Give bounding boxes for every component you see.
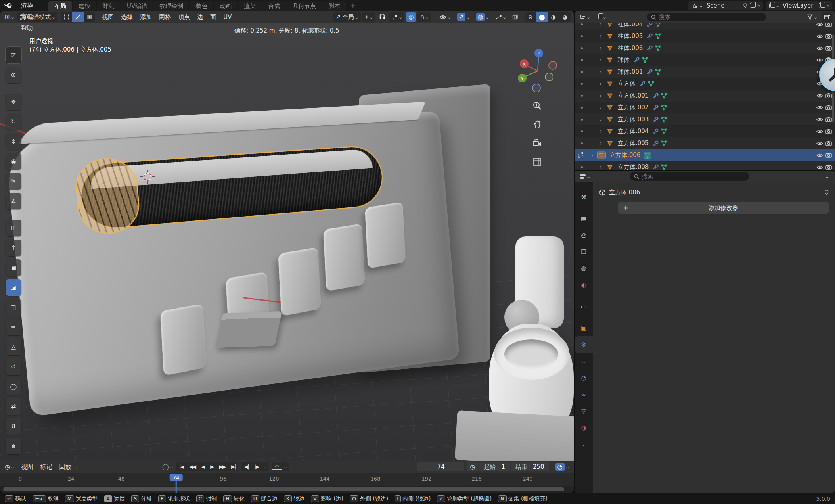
- proportional-editing-toggle[interactable]: ◎: [406, 12, 416, 22]
- tool-button-add-cube[interactable]: ⊞: [6, 220, 21, 236]
- properties-tab-scene[interactable]: ◍: [575, 260, 593, 277]
- expand-chevron-icon[interactable]: ›: [598, 128, 603, 134]
- gizmo-neg-z-axis[interactable]: [532, 84, 540, 92]
- 3d-viewport[interactable]: 偏移: 0.252 m, 分段: 8, 轮廓形状: 0.5 用户透视 (74) …: [0, 23, 574, 461]
- transport-button[interactable]: ▶|: [228, 464, 238, 470]
- workspace-tab[interactable]: 布局: [48, 1, 72, 11]
- pivot-point-dropdown[interactable]: ⌖ ⌄: [362, 12, 375, 22]
- tool-button-rip-region[interactable]: ⋔: [6, 438, 21, 454]
- properties-tab-material[interactable]: ◑: [575, 420, 593, 436]
- face-select-button[interactable]: [84, 12, 95, 22]
- disable-render-camera-icon[interactable]: [825, 45, 832, 51]
- tool-button-measure[interactable]: ∡: [6, 193, 21, 209]
- workspace-tab[interactable]: 建模: [73, 1, 96, 11]
- viewport-menu-item[interactable]: 网格: [155, 13, 174, 21]
- hide-eye-icon[interactable]: [816, 153, 823, 158]
- hide-eye-icon[interactable]: [816, 93, 823, 98]
- tool-button-extrude[interactable]: ↑: [6, 240, 21, 256]
- vertex-select-button[interactable]: [61, 12, 72, 22]
- new-collection-button[interactable]: [822, 12, 833, 22]
- camera-view-button[interactable]: [530, 136, 544, 150]
- outliner-filter-dropdown[interactable]: ⌄: [804, 12, 820, 22]
- properties-tab-collection[interactable]: ▭: [575, 298, 593, 315]
- disable-render-camera-icon[interactable]: [825, 164, 832, 170]
- topbar-menu-item[interactable]: 帮助: [16, 22, 38, 33]
- end-frame-field[interactable]: 结束 250: [511, 462, 549, 471]
- expand-chevron-icon[interactable]: ›: [590, 152, 595, 158]
- edge-select-button[interactable]: [72, 12, 84, 22]
- material-preview-button[interactable]: ◑: [548, 12, 559, 22]
- tool-button-cursor[interactable]: ⊕: [6, 67, 21, 83]
- properties-tab-particles[interactable]: ∴: [575, 353, 593, 370]
- expand-chevron-icon[interactable]: ›: [598, 45, 603, 51]
- gizmos-dropdown[interactable]: ↗ ⌄: [455, 12, 472, 22]
- timeline-scrollbar[interactable]: [0, 486, 574, 493]
- properties-editor-dropdown[interactable]: ⌄: [578, 172, 592, 181]
- hide-eye-icon[interactable]: [816, 129, 823, 134]
- add-modifier-button[interactable]: + 添加修改器: [618, 202, 829, 214]
- hide-eye-icon[interactable]: [816, 117, 823, 122]
- editor-type-dropdown[interactable]: ⊞ ⌄: [2, 12, 17, 22]
- timeline-menu-item[interactable]: 视图: [17, 463, 36, 471]
- disable-render-camera-icon[interactable]: [825, 128, 832, 134]
- auto-key-button[interactable]: ◯ ⌄: [160, 462, 176, 471]
- hide-eye-icon[interactable]: [816, 57, 823, 63]
- new-viewlayer-icon[interactable]: [819, 3, 823, 8]
- properties-tab-physics[interactable]: ◔: [575, 370, 593, 386]
- wireframe-shading-button[interactable]: ⊜: [525, 12, 536, 22]
- expand-chevron-icon[interactable]: ›: [598, 69, 603, 75]
- tab-strip-overflow-chevron[interactable]: ⌄: [581, 442, 587, 447]
- tool-button-knife[interactable]: ✂: [6, 319, 21, 335]
- properties-tab-tool[interactable]: ⚒: [575, 189, 593, 205]
- workspace-tab[interactable]: 合成: [262, 1, 286, 11]
- viewport-menu-item[interactable]: 视图: [98, 13, 117, 21]
- tool-button-move[interactable]: ✥: [6, 94, 21, 110]
- tool-button-bevel[interactable]: ◪: [6, 279, 21, 296]
- hide-eye-icon[interactable]: [816, 141, 823, 146]
- topbar-menu-item[interactable]: 窗口: [16, 11, 38, 22]
- pin-icon[interactable]: [743, 3, 748, 8]
- xray-toggle[interactable]: [510, 12, 521, 22]
- playhead-frame-label[interactable]: 74: [170, 474, 183, 481]
- gizmo-neg-y-axis[interactable]: [545, 73, 553, 81]
- tool-button-edge-slide[interactable]: ⇄: [6, 398, 21, 415]
- tool-button-smooth[interactable]: ◯: [6, 378, 21, 395]
- ortho-grid-button[interactable]: [530, 155, 544, 169]
- hide-eye-icon[interactable]: [816, 46, 823, 51]
- scene-name[interactable]: Scene: [707, 2, 741, 9]
- disable-render-camera-icon[interactable]: [825, 140, 832, 146]
- properties-tab-data[interactable]: ▽: [575, 403, 593, 420]
- hide-eye-icon[interactable]: [816, 105, 823, 110]
- workspace-tab[interactable]: 动画: [214, 1, 237, 11]
- viewport-menu-item[interactable]: 添加: [136, 13, 155, 21]
- disable-render-camera-icon[interactable]: [825, 93, 832, 98]
- topbar-menu-item[interactable]: 渲染: [16, 0, 38, 11]
- chevron-down-icon[interactable]: ⌄: [260, 465, 270, 469]
- hide-eye-icon[interactable]: [816, 23, 823, 27]
- disable-render-camera-icon[interactable]: [825, 33, 832, 39]
- outliner-row[interactable]: › 立方体: [575, 78, 835, 90]
- transform-orientation-dropdown[interactable]: ↗ 全局 ⌄: [333, 12, 361, 22]
- expand-chevron-icon[interactable]: ›: [598, 80, 603, 87]
- timeline-scroll-handle[interactable]: [3, 487, 564, 491]
- outliner-row[interactable]: › 立方体.002: [575, 102, 835, 113]
- outliner-row[interactable]: › 柱体.005: [575, 30, 835, 42]
- workspace-tab[interactable]: 纹理绘制: [153, 1, 189, 11]
- outliner-row[interactable]: › 球体.001: [575, 66, 835, 78]
- disable-render-camera-icon[interactable]: [825, 23, 832, 27]
- gizmo-neg-x-axis[interactable]: [549, 61, 557, 69]
- step-back-button[interactable]: ◀|: [241, 464, 251, 470]
- tool-button-transform[interactable]: ◉: [6, 153, 21, 170]
- viewport-menu-item[interactable]: 顶点: [174, 13, 193, 21]
- scene-browse-button[interactable]: ⌄: [690, 3, 704, 8]
- workspace-tab[interactable]: 几何节点: [286, 1, 322, 11]
- new-scene-icon[interactable]: [750, 3, 754, 8]
- use-preview-range-button[interactable]: ◷: [467, 462, 478, 471]
- tool-button-rotate[interactable]: ↻: [6, 113, 21, 130]
- transport-button[interactable]: ◀: [199, 464, 207, 470]
- tool-button-tweak-select[interactable]: ◸: [6, 47, 21, 63]
- timeline-editor-dropdown[interactable]: ◷ ⌄: [2, 462, 17, 471]
- tool-button-loop-cut[interactable]: ◫: [6, 299, 21, 316]
- tool-button-inset-faces[interactable]: ▣: [6, 259, 21, 276]
- outliner-row[interactable]: › 立方体.005: [575, 137, 835, 149]
